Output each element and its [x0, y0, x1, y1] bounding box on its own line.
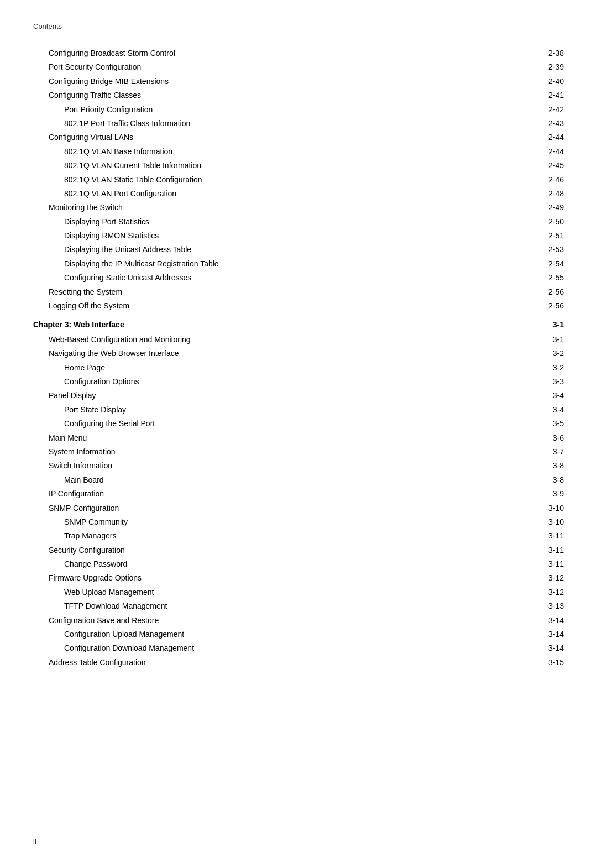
toc-page: 3-6 [531, 432, 564, 444]
toc-title: Displaying RMON Statistics [64, 229, 531, 242]
toc-page: 3-11 [531, 544, 564, 556]
toc-entry: Configuring Traffic Classes2-41 [33, 89, 564, 101]
toc-page: 3-11 [531, 558, 564, 570]
toc-entry: Security Configuration3-11 [33, 544, 564, 556]
toc-page: 3-7 [531, 446, 564, 458]
toc-title: SNMP Community [64, 516, 531, 528]
toc-page: 2-44 [531, 145, 564, 158]
toc-title: 802.1Q VLAN Current Table Information [64, 159, 531, 171]
toc-title: 802.1Q VLAN Static Table Configuration [64, 174, 531, 186]
toc-page: 2-54 [531, 258, 564, 270]
toc-page: 2-51 [531, 229, 564, 242]
toc-title: Port Security Configuration [49, 61, 531, 73]
toc-entry: Web Upload Management3-12 [33, 586, 564, 598]
toc-page: 2-56 [531, 300, 564, 312]
toc-entry: Port Security Configuration2-39 [33, 61, 564, 73]
header-label: Contents [33, 22, 62, 30]
toc-entry: Configuring the Serial Port3-5 [33, 417, 564, 430]
toc-title: Navigating the Web Browser Interface [49, 347, 531, 359]
toc-page: 2-50 [531, 216, 564, 228]
toc-page: 3-12 [531, 572, 564, 584]
toc-entry: 802.1Q VLAN Current Table Information2-4… [33, 159, 564, 171]
toc-page: 3-12 [531, 586, 564, 598]
toc-entry: Navigating the Web Browser Interface3-2 [33, 347, 564, 359]
toc-page: 3-4 [531, 404, 564, 416]
toc-page: 3-8 [531, 474, 564, 486]
toc-title: Displaying Port Statistics [64, 216, 531, 228]
toc-entry: Configuration Options3-3 [33, 375, 564, 388]
toc-title: Home Page [64, 362, 531, 374]
toc-title: 802.1Q VLAN Base Information [64, 145, 531, 158]
toc-page: 3-14 [531, 642, 564, 654]
toc-entry: Configuring Broadcast Storm Control2-38 [33, 47, 564, 59]
toc-page: 2-53 [531, 243, 564, 255]
toc-entry: Switch Information3-8 [33, 459, 564, 472]
toc-entry: Displaying RMON Statistics2-51 [33, 229, 564, 242]
toc-title: Configuring Traffic Classes [49, 89, 531, 101]
toc-title: System Information [49, 446, 531, 458]
toc-entry: SNMP Community3-10 [33, 516, 564, 528]
toc-title: Configuration Options [64, 375, 531, 388]
toc-entry: TFTP Download Management3-13 [33, 600, 564, 612]
footer-page: ii [33, 838, 36, 846]
page-header: Contents [33, 22, 564, 30]
toc-page: 2-48 [531, 187, 564, 200]
toc-page: 2-45 [531, 159, 564, 171]
page-footer: ii [33, 838, 36, 846]
toc-title: Configuring Static Unicast Addresses [64, 271, 531, 284]
toc-title: Chapter 3: Web Interface [33, 318, 531, 331]
toc-page: 2-55 [531, 271, 564, 284]
toc-title: Port Priority Configuration [64, 103, 531, 116]
toc-entry: Configuration Download Management3-14 [33, 642, 564, 654]
toc-title: Displaying the Unicast Address Table [64, 243, 531, 255]
toc-entry: 802.1Q VLAN Static Table Configuration2-… [33, 174, 564, 186]
toc-entry: 802.1Q VLAN Base Information2-44 [33, 145, 564, 158]
toc-title: Port State Display [64, 404, 531, 416]
toc-entry: Panel Display3-4 [33, 389, 564, 401]
toc-entry: Monitoring the Switch2-49 [33, 201, 564, 213]
toc-page: 3-10 [531, 516, 564, 528]
toc-page: 3-10 [531, 502, 564, 514]
toc-page: 3-11 [531, 530, 564, 542]
toc-entry: Firmware Upgrade Options3-12 [33, 572, 564, 584]
toc-title: SNMP Configuration [49, 502, 531, 514]
toc-title: 802.1Q VLAN Port Configuration [64, 187, 531, 200]
toc-entry: Change Password3-11 [33, 558, 564, 570]
toc-page: 3-3 [531, 375, 564, 388]
toc-entry: Chapter 3: Web Interface3-1 [33, 318, 564, 331]
toc-page: 2-44 [531, 131, 564, 143]
toc-entry: Configuration Upload Management3-14 [33, 628, 564, 640]
toc-title: Web-Based Configuration and Monitoring [49, 333, 531, 346]
toc-page: 3-14 [531, 628, 564, 640]
toc-title: Logging Off the System [49, 300, 531, 312]
toc-title: Web Upload Management [64, 586, 531, 598]
toc-title: Main Menu [49, 432, 531, 444]
toc-title: Configuration Save and Restore [49, 614, 531, 626]
toc-entry: Displaying Port Statistics2-50 [33, 216, 564, 228]
toc-title: Configuration Upload Management [64, 628, 531, 640]
toc-title: Security Configuration [49, 544, 531, 556]
toc-page: 3-13 [531, 600, 564, 612]
toc-page: 2-41 [531, 89, 564, 101]
toc-title: Switch Information [49, 459, 531, 472]
toc-container: Configuring Broadcast Storm Control2-38P… [33, 47, 564, 668]
toc-page: 3-15 [531, 656, 564, 668]
toc-title: Firmware Upgrade Options [49, 572, 531, 584]
toc-entry: Main Board3-8 [33, 474, 564, 486]
toc-entry: Web-Based Configuration and Monitoring3-… [33, 333, 564, 346]
toc-title: Panel Display [49, 389, 531, 401]
toc-entry: Main Menu3-6 [33, 432, 564, 444]
toc-entry: Port Priority Configuration2-42 [33, 103, 564, 116]
toc-title: Monitoring the Switch [49, 201, 531, 213]
toc-entry: Displaying the Unicast Address Table2-53 [33, 243, 564, 255]
toc-page: 2-43 [531, 117, 564, 129]
toc-page: 2-40 [531, 75, 564, 87]
toc-page: 2-46 [531, 174, 564, 186]
toc-entry: SNMP Configuration3-10 [33, 502, 564, 514]
toc-page: 3-1 [531, 333, 564, 346]
toc-title: Configuring Bridge MIB Extensions [49, 75, 531, 87]
toc-entry: Port State Display3-4 [33, 404, 564, 416]
toc-title: Configuring Broadcast Storm Control [49, 47, 531, 59]
toc-entry: 802.1P Port Traffic Class Information2-4… [33, 117, 564, 129]
toc-title: Main Board [64, 474, 531, 486]
